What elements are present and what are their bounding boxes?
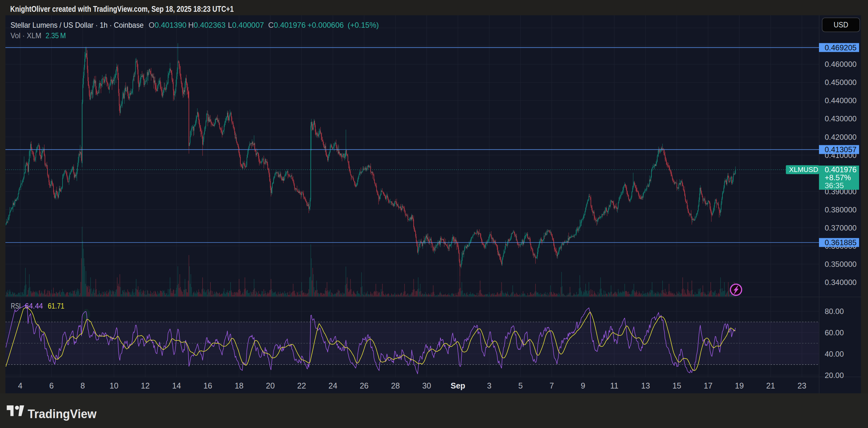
- svg-text:3: 3: [487, 381, 491, 390]
- svg-text:16: 16: [204, 381, 212, 390]
- svg-text:11: 11: [610, 381, 618, 390]
- svg-text:0.401976: 0.401976: [825, 165, 857, 174]
- svg-text:14: 14: [172, 381, 181, 390]
- svg-text:13: 13: [641, 381, 650, 390]
- svg-text:0.380000: 0.380000: [825, 205, 857, 214]
- svg-text:USD: USD: [834, 20, 848, 29]
- svg-text:15: 15: [673, 381, 681, 390]
- svg-text:36:35: 36:35: [825, 181, 844, 190]
- svg-text:10: 10: [110, 381, 119, 390]
- svg-text:21: 21: [766, 381, 775, 390]
- svg-text:24: 24: [328, 381, 337, 390]
- svg-text:RSI: RSI: [11, 302, 21, 310]
- svg-text:KnightOliver created with Trad: KnightOliver created with TradingView.co…: [10, 4, 234, 13]
- svg-text:17: 17: [704, 381, 713, 390]
- svg-text:7: 7: [550, 381, 554, 390]
- svg-text:6: 6: [49, 381, 54, 390]
- svg-text:18: 18: [235, 381, 244, 390]
- svg-text:60.00: 60.00: [825, 328, 844, 337]
- svg-text:0.361885: 0.361885: [825, 238, 857, 247]
- svg-text:H0.402363: H0.402363: [188, 21, 225, 29]
- svg-text:Sep: Sep: [451, 381, 465, 390]
- svg-text:0.420000: 0.420000: [825, 133, 857, 142]
- svg-text:4: 4: [18, 381, 22, 390]
- svg-text:0.370000: 0.370000: [825, 223, 857, 232]
- svg-text:9: 9: [581, 381, 585, 390]
- svg-text:+0.000606: +0.000606: [308, 21, 344, 29]
- svg-text:5: 5: [518, 381, 523, 390]
- svg-text:23: 23: [797, 381, 806, 390]
- svg-text:12: 12: [141, 381, 150, 390]
- svg-text:64.44: 64.44: [25, 302, 43, 310]
- svg-text:Stellar Lumens / US Dollar · 1: Stellar Lumens / US Dollar · 1h · Coinba…: [10, 21, 144, 29]
- svg-text:8: 8: [81, 381, 85, 390]
- svg-text:(+0.15%): (+0.15%): [348, 21, 379, 29]
- svg-text:0.350000: 0.350000: [825, 260, 857, 269]
- svg-text:0.413057: 0.413057: [825, 145, 857, 154]
- svg-text:0.430000: 0.430000: [825, 114, 857, 123]
- svg-text:+8.57%: +8.57%: [825, 173, 851, 182]
- svg-text:0.340000: 0.340000: [825, 278, 857, 286]
- svg-text:XLMUSD: XLMUSD: [789, 165, 818, 174]
- svg-text:O0.401390: O0.401390: [149, 21, 187, 29]
- svg-text:30: 30: [422, 381, 431, 390]
- svg-text:0.450000: 0.450000: [825, 78, 857, 87]
- svg-text:TradingView: TradingView: [28, 407, 96, 421]
- svg-text:20.00: 20.00: [825, 371, 844, 379]
- svg-text:22: 22: [297, 381, 306, 390]
- svg-text:2.35 M: 2.35 M: [45, 31, 66, 40]
- svg-text:0.460000: 0.460000: [825, 60, 857, 68]
- svg-text:61.71: 61.71: [48, 302, 64, 310]
- svg-text:0.469205: 0.469205: [825, 43, 857, 52]
- svg-text:Vol · XLM: Vol · XLM: [10, 31, 41, 40]
- svg-text:26: 26: [360, 381, 369, 390]
- svg-text:C0.401976: C0.401976: [268, 21, 305, 29]
- svg-text:19: 19: [735, 381, 744, 390]
- svg-text:40.00: 40.00: [825, 350, 844, 358]
- svg-text:80.00: 80.00: [825, 307, 844, 315]
- svg-text:28: 28: [391, 381, 400, 390]
- svg-text:L0.400007: L0.400007: [228, 21, 264, 29]
- svg-text:20: 20: [266, 381, 275, 390]
- svg-text:0.440000: 0.440000: [825, 96, 857, 105]
